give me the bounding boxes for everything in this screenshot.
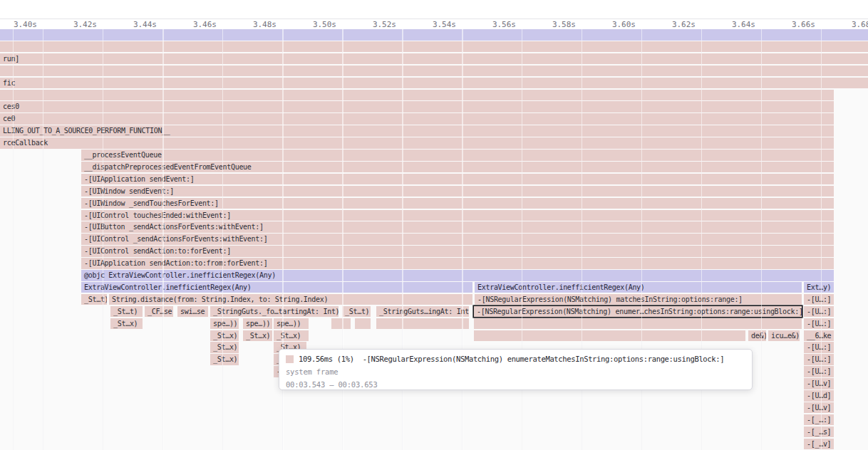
flame-frame[interactable]: ExtraViewController.inefficientRegex(Any… <box>81 282 472 293</box>
flame-frame[interactable]: _CF…se <box>145 306 173 318</box>
flame-frame[interactable]: _StringGuts._fo…tartingAt: Int) <box>210 306 339 318</box>
flame-frame[interactable]: spe…)) <box>210 318 239 330</box>
tooltip-title: 109.56ms (1%) -[NSRegularExpression(NSMa… <box>286 353 745 365</box>
flame-frame[interactable]: _St…x) <box>243 330 272 342</box>
flame-frame[interactable]: spe…)) <box>274 318 309 330</box>
flame-frame[interactable]: _St…x) <box>210 354 239 365</box>
flame-frame[interactable] <box>355 318 371 330</box>
flame-frame[interactable]: _St…t) <box>342 306 371 318</box>
flame-frame[interactable]: __6…ke <box>804 330 834 342</box>
ruler-tick-label: 3.60s <box>606 20 636 29</box>
flame-frame[interactable] <box>376 318 469 330</box>
flame-frame[interactable]: -[NSRegularExpression(NSMatching) matche… <box>475 294 802 305</box>
time-ruler[interactable]: 3.40s3.42s3.44s3.46s3.48s3.50s3.52s3.54s… <box>0 0 868 29</box>
flame-frame[interactable]: LLING_OUT_TO_A_SOURCE0_PERFORM_FUNCTION_… <box>0 125 834 137</box>
ruler-tick-label: 3.54s <box>426 20 456 29</box>
flame-frame[interactable]: -[U…v] <box>804 402 834 414</box>
tooltip-time-range: 00:03.543 — 00:03.653 <box>286 377 745 390</box>
ruler-divider <box>0 19 868 19</box>
ruler-tick-label: 3.58s <box>546 20 576 29</box>
ruler-tick-label: 3.50s <box>306 20 336 29</box>
ruler-tick-label: 3.52s <box>366 20 396 29</box>
tooltip-subtitle: system frame <box>286 365 745 377</box>
flame-frame[interactable]: -[UIWindow _sendTouchesForEvent:] <box>81 198 834 209</box>
flame-frame[interactable]: -[UIControl _sendActionsForEvents:withEv… <box>81 234 834 245</box>
ruler-tick-label: 3.42s <box>67 20 97 29</box>
ruler-tick-label: 3.56s <box>486 20 516 29</box>
flame-frame[interactable] <box>474 330 745 342</box>
flame-frame[interactable]: -[U…d] <box>804 390 834 402</box>
frame-color-swatch <box>286 355 294 363</box>
tooltip-symbol: -[NSRegularExpression(NSMatching) enumer… <box>363 355 725 363</box>
flame-frame[interactable]: -[_…:] <box>804 414 834 426</box>
ruler-tick-label: 3.44s <box>127 20 157 29</box>
flame-frame[interactable]: -[U…:] <box>804 318 834 330</box>
profiler-flame-chart-view: 3.40s3.42s3.44s3.46s3.48s3.50s3.52s3.54s… <box>0 0 868 450</box>
flame-frame[interactable]: ces0 <box>0 101 834 112</box>
flame-frame[interactable]: ce0 <box>0 113 834 125</box>
flame-frame[interactable]: _St…x) <box>210 330 239 342</box>
flame-chart-canvas[interactable]: run]ficces0ce0LLING_OUT_TO_A_SOURCE0_PER… <box>0 29 868 450</box>
flame-frame[interactable]: run] <box>0 53 868 65</box>
flame-frame[interactable]: -[_…v] <box>804 439 834 450</box>
flame-frame[interactable]: -[UIControl sendAction:to:forEvent:] <box>81 246 834 257</box>
flame-frame[interactable]: __processEventQueue <box>81 150 834 161</box>
flame-frame[interactable]: _StringGuts…ingAt: Int) <box>376 306 469 318</box>
selected-flame-frame[interactable]: -[NSRegularExpression(NSMatching) enumer… <box>474 306 802 318</box>
flame-frame[interactable]: swi…se <box>177 306 208 318</box>
flame-frame[interactable] <box>331 318 351 330</box>
ruler-tick-label: 3.68s <box>845 20 868 29</box>
ruler-tick-label: 3.64s <box>725 20 755 29</box>
flame-frame[interactable]: -[U…:] <box>804 306 834 318</box>
frame-tooltip: 109.56ms (1%) -[NSRegularExpression(NSMa… <box>279 349 753 390</box>
flame-frame[interactable]: -[UIControl touchesEnded:withEvent:] <box>81 210 834 221</box>
flame-frame[interactable]: icu…e&) <box>768 330 800 342</box>
flame-frame[interactable]: -[U…:] <box>804 342 834 353</box>
flame-frame[interactable]: -[UIWindow sendEvent:] <box>81 186 834 197</box>
flame-frame[interactable]: _St…t) <box>110 306 143 318</box>
flame-frame[interactable]: -[_…s] <box>804 427 834 438</box>
flame-frame[interactable]: -[U…:] <box>804 294 834 305</box>
flame-frame[interactable]: @objc ExtraViewController.inefficientReg… <box>81 270 834 281</box>
flame-frame[interactable] <box>0 90 834 101</box>
flame-frame[interactable]: _St…x) <box>274 330 309 342</box>
flame-frame[interactable]: rceCallback <box>0 137 834 149</box>
flame-frame[interactable]: -[UIButton _sendActionsForEvents:withEve… <box>81 221 834 233</box>
flame-frame[interactable] <box>0 29 868 41</box>
flame-frame[interactable]: _St…t) <box>81 294 107 305</box>
flame-frame[interactable]: fic <box>0 78 868 89</box>
flame-frame[interactable]: -[UIApplication sendAction:to:from:forEv… <box>81 258 834 269</box>
flame-frame[interactable]: ExtraViewController.inefficientRegex(Any… <box>475 282 802 293</box>
ruler-tick-label: 3.62s <box>666 20 696 29</box>
flame-frame[interactable]: _St…x) <box>210 342 239 353</box>
ruler-tick-label: 3.40s <box>7 20 37 29</box>
flame-frame[interactable]: _St…x) <box>110 318 143 330</box>
flame-frame[interactable] <box>474 318 802 330</box>
flame-frame[interactable]: -[U…:] <box>804 354 834 365</box>
flame-frame[interactable]: __dispatchPreprocessedEventFromEventQueu… <box>81 162 834 173</box>
ruler-tick-label: 3.66s <box>785 20 815 29</box>
ruler-tick-label: 3.48s <box>247 20 277 29</box>
flame-frame[interactable] <box>0 41 868 53</box>
flame-frame[interactable]: de&) <box>748 330 766 342</box>
flame-frame[interactable]: Ext…y) <box>804 282 834 293</box>
flame-frame[interactable]: String.distance(from: String.Index, to: … <box>109 294 472 305</box>
flame-frame[interactable]: spe…)) <box>243 318 272 330</box>
flame-frame[interactable] <box>0 66 868 77</box>
flame-frame[interactable]: -[U…v] <box>804 378 834 389</box>
flame-frame[interactable]: -[UIApplication sendEvent:] <box>81 174 834 185</box>
tooltip-duration: 109.56ms (1%) <box>299 355 354 363</box>
flame-frame[interactable]: -[U…:] <box>804 366 834 377</box>
ruler-tick-label: 3.46s <box>187 20 217 29</box>
